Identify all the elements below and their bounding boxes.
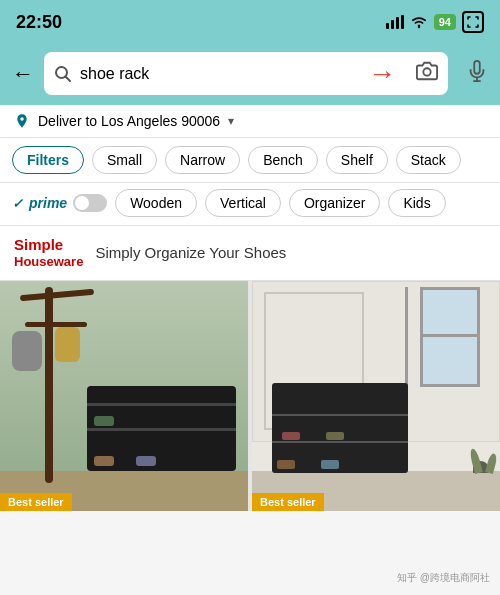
delivery-dropdown-arrow[interactable]: ▾ — [228, 114, 234, 128]
search-area: ← shoe rack → — [0, 44, 500, 105]
search-icon — [54, 65, 72, 83]
location-icon — [14, 113, 30, 129]
brand-logo-line2: Houseware — [14, 254, 83, 270]
product-grid: Best seller — [0, 281, 500, 511]
svg-rect-1 — [391, 20, 394, 29]
filter-row-1: Filters Small Narrow Bench Shelf Stack — [0, 138, 500, 183]
best-seller-badge-2: Best seller — [252, 493, 324, 511]
product-image-1 — [0, 281, 248, 511]
svg-point-6 — [423, 68, 430, 75]
product-image-2 — [252, 281, 500, 511]
svg-rect-3 — [401, 15, 404, 29]
best-seller-badge-1: Best seller — [0, 493, 72, 511]
brand-logo-line1: Simple — [14, 236, 83, 254]
svg-line-5 — [66, 76, 71, 81]
battery-level: 94 — [434, 14, 456, 30]
filter-button-shelf[interactable]: Shelf — [326, 146, 388, 174]
search-query[interactable]: shoe rack — [80, 65, 408, 83]
filter-button-vertical[interactable]: Vertical — [205, 189, 281, 217]
delivery-text: Deliver to Los Angeles 90006 — [38, 113, 220, 129]
filter-button-small[interactable]: Small — [92, 146, 157, 174]
screenshot-icon — [462, 11, 484, 33]
prime-label: prime — [29, 195, 67, 211]
watermark: 知乎 @跨境电商阿社 — [397, 571, 490, 585]
brand-banner: Simple Houseware Simply Organize Your Sh… — [0, 226, 500, 281]
wifi-icon — [410, 15, 428, 29]
svg-rect-2 — [396, 17, 399, 29]
filter-row-2: ✓ prime Wooden Vertical Organizer Kids — [0, 183, 500, 226]
voice-search-button[interactable] — [466, 60, 488, 87]
filter-button-bench[interactable]: Bench — [248, 146, 318, 174]
search-box[interactable]: shoe rack → — [44, 52, 448, 95]
filter-button-kids[interactable]: Kids — [388, 189, 445, 217]
status-time: 22:50 — [16, 12, 62, 33]
product-card-2[interactable]: Best seller — [252, 281, 500, 511]
prime-check-icon: ✓ — [12, 196, 23, 211]
product-card-1[interactable]: Best seller — [0, 281, 248, 511]
filter-button-wooden[interactable]: Wooden — [115, 189, 197, 217]
back-button[interactable]: ← — [12, 61, 34, 87]
status-bar: 22:50 94 — [0, 0, 500, 44]
signal-icon — [386, 15, 404, 29]
status-icons: 94 — [386, 11, 484, 33]
delivery-bar[interactable]: Deliver to Los Angeles 90006 ▾ — [0, 105, 500, 138]
scene-right — [252, 281, 500, 511]
brand-tagline: Simply Organize Your Shoes — [95, 244, 286, 261]
filter-button-filters[interactable]: Filters — [12, 146, 84, 174]
filter-button-stack[interactable]: Stack — [396, 146, 461, 174]
scene-left — [0, 281, 248, 511]
prime-toggle[interactable] — [73, 194, 107, 212]
filter-button-organizer[interactable]: Organizer — [289, 189, 380, 217]
filter-button-narrow[interactable]: Narrow — [165, 146, 240, 174]
prime-filter[interactable]: ✓ prime — [12, 194, 107, 212]
camera-search-button[interactable] — [416, 60, 438, 87]
brand-logo: Simple Houseware — [14, 236, 83, 270]
svg-rect-0 — [386, 23, 389, 29]
